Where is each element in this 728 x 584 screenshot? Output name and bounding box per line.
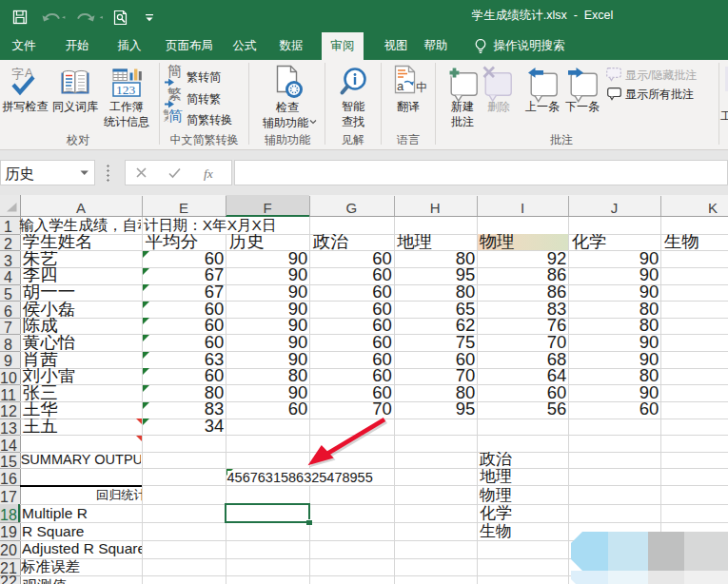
svg-text:中: 中: [416, 81, 428, 94]
svg-text:a: a: [397, 79, 404, 93]
svg-text:fx: fx: [204, 166, 213, 181]
svg-text:123: 123: [116, 83, 136, 97]
svg-text:字: 字: [11, 67, 24, 81]
